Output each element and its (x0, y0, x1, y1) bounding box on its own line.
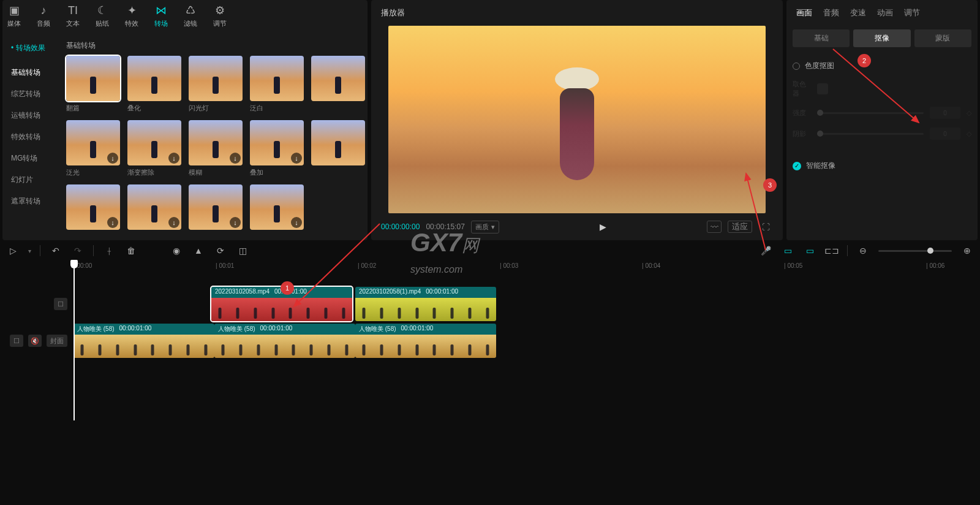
select-tool-icon[interactable]: ▷ (6, 244, 20, 257)
track-toggle-icon[interactable]: ☐ (54, 298, 67, 310)
split-icon[interactable]: ⟊ (102, 244, 116, 257)
intensity-slider (817, 112, 924, 114)
transition-item[interactable]: 闪光灯 (189, 56, 243, 113)
track-mode-2-icon[interactable]: ▭ (803, 244, 816, 257)
shadow-slider (817, 133, 924, 135)
clip-bot-2[interactable]: 人物唯美 (58)00:00:01:00 (214, 324, 355, 358)
sidebar-item-基础转场[interactable]: 基础转场 (2, 62, 61, 83)
sidebar-item-特效转场[interactable]: 特效转场 (2, 126, 61, 148)
transition-categories-sidebar: • 转场效果 基础转场综艺转场运镜转场特效转场MG转场幻灯片遮罩转场 (2, 32, 61, 240)
video-preview[interactable] (388, 26, 766, 213)
cover-button[interactable]: 封面 (47, 335, 67, 347)
transition-item[interactable]: ↓ (189, 184, 243, 230)
subtab-蒙版[interactable]: 蒙版 (914, 29, 971, 47)
transition-label: 泛光 (66, 168, 120, 177)
undo-icon[interactable]: ↶ (49, 244, 62, 257)
main-tab-贴纸[interactable]: ☾贴纸 (96, 4, 109, 28)
annotation-3: 3 (763, 178, 777, 192)
timeline-ruler[interactable]: | 00:00| 00:01| 00:02| 00:03| 00:04| 00:… (74, 261, 980, 275)
property-tab-画面[interactable]: 画面 (796, 7, 812, 18)
fullscreen-icon[interactable]: ⛶ (758, 221, 773, 233)
transition-label: 渐变擦除 (127, 168, 181, 177)
download-icon: ↓ (168, 217, 179, 228)
play-button[interactable]: ▶ (594, 218, 611, 235)
chroma-key-option[interactable]: 色度抠图 (793, 61, 971, 71)
tab-icon: ✦ (125, 4, 138, 17)
property-tab-变速[interactable]: 变速 (850, 7, 866, 18)
sidebar-title: • 转场效果 (2, 40, 61, 62)
ruler-tick: | 00:06 (926, 262, 944, 269)
transition-item[interactable]: 叠化 (127, 56, 181, 113)
sidebar-item-遮罩转场[interactable]: 遮罩转场 (2, 191, 61, 212)
track-mute-icon[interactable]: 🔇 (28, 335, 42, 347)
timeline-area: ☐ 202203102058.mp400:00:01:00 2022031020… (0, 275, 980, 397)
sidebar-item-运镜转场[interactable]: 运镜转场 (2, 105, 61, 126)
tab-icon: TI (66, 4, 80, 17)
transition-item[interactable]: 翻篇 (66, 56, 120, 113)
transition-item[interactable] (311, 56, 365, 113)
transition-item[interactable] (311, 120, 365, 177)
clip-bot-1[interactable]: 人物唯美 (58)00:00:01:00 (74, 324, 214, 358)
property-tab-音频[interactable]: 音频 (823, 7, 839, 18)
download-icon: ↓ (230, 217, 241, 228)
scope-icon[interactable]: 〰 (707, 221, 722, 233)
sidebar-item-幻灯片[interactable]: 幻灯片 (2, 169, 61, 191)
playhead[interactable] (74, 261, 75, 420)
main-tab-转场[interactable]: ⋈转场 (154, 4, 168, 28)
transition-item[interactable]: ↓渐变擦除 (127, 120, 181, 177)
download-icon: ↓ (168, 153, 179, 164)
transitions-grid-area: 基础转场 翻篇叠化闪光灯泛白↓泛光↓渐变擦除↓模糊↓叠加↓↓↓↓ (61, 32, 368, 240)
color-picker-label: 取色器 (793, 80, 811, 98)
transition-label: 叠加 (250, 168, 304, 177)
property-tabs: 画面音频变速动画调节 (793, 0, 971, 26)
clip-bot-3[interactable]: 人物唯美 (58)00:00:01:00 (355, 324, 496, 358)
sidebar-item-MG转场[interactable]: MG转场 (2, 148, 61, 169)
rotate-icon[interactable]: ⟳ (214, 244, 227, 257)
subtab-基础[interactable]: 基础 (793, 29, 850, 47)
sidebar-item-综艺转场[interactable]: 综艺转场 (2, 83, 61, 105)
transition-item[interactable]: ↓ (127, 184, 181, 230)
timecode-current: 00:00:00:00 (381, 222, 420, 231)
ruler-tick: | 00:04 (642, 262, 660, 269)
transition-label: 翻篇 (66, 104, 120, 113)
speed-icon[interactable]: ◉ (170, 244, 183, 257)
track-toggle-icon[interactable]: ☐ (10, 335, 23, 347)
main-tab-媒体[interactable]: ▣媒体 (7, 4, 21, 28)
quality-select[interactable]: 画质 ▾ (471, 221, 499, 234)
subtab-抠像[interactable]: 抠像 (853, 29, 910, 47)
main-tab-调节[interactable]: ⚙调节 (213, 4, 227, 28)
tab-icon: ♺ (184, 4, 197, 17)
video-track-1[interactable]: 人物唯美 (58)00:00:01:00 人物唯美 (58)00:00:01:0… (74, 324, 980, 358)
property-tab-调节[interactable]: 调节 (904, 7, 920, 18)
smart-cutout-option[interactable]: ✓ 智能抠像 (793, 161, 971, 171)
timeline-toolbar: ▷ ▾ ↶ ↷ ⟊ 🗑 ◉ ▲ ⟳ ◫ 🎤 ▭ ▭ ⊏⊐ ⊖ ⊕ (0, 240, 980, 261)
annotation-1: 1 (281, 281, 294, 295)
track-mode-1-icon[interactable]: ▭ (781, 244, 794, 257)
fit-button[interactable]: 适应 (728, 221, 752, 233)
zoom-slider[interactable] (878, 250, 952, 252)
transition-item[interactable]: ↓泛光 (66, 120, 120, 177)
redo-icon[interactable]: ↷ (71, 244, 85, 257)
property-tab-动画[interactable]: 动画 (877, 7, 893, 18)
snap-icon[interactable]: ⊏⊐ (825, 244, 839, 257)
mirror-icon[interactable]: ▲ (192, 244, 205, 257)
transition-item[interactable]: ↓ (250, 184, 304, 230)
zoom-out-icon[interactable]: ⊖ (856, 244, 870, 257)
transition-item[interactable]: ↓ (66, 184, 120, 230)
crop-icon[interactable]: ◫ (236, 244, 249, 257)
main-tab-特效[interactable]: ✦特效 (125, 4, 138, 28)
grid-section-title: 基础转场 (66, 40, 363, 51)
delete-icon[interactable]: 🗑 (124, 244, 138, 257)
clip-top-2[interactable]: 202203102058(1).mp400:00:01:00 (355, 287, 496, 321)
main-tab-音频[interactable]: ♪音频 (37, 4, 50, 28)
transition-item[interactable]: 泛白 (250, 56, 304, 113)
transition-item[interactable]: ↓叠加 (250, 120, 304, 177)
tab-icon: ▣ (7, 4, 21, 17)
zoom-in-icon[interactable]: ⊕ (960, 244, 974, 257)
timecode-duration: 00:00:15:07 (426, 222, 464, 231)
transition-item[interactable]: ↓模糊 (189, 120, 243, 177)
mic-icon[interactable]: 🎤 (759, 244, 772, 257)
main-tab-文本[interactable]: TI文本 (66, 4, 80, 28)
main-tab-滤镜[interactable]: ♺滤镜 (184, 4, 197, 28)
video-track-2[interactable]: 202203102058.mp400:00:01:00 202203102058… (74, 287, 980, 321)
